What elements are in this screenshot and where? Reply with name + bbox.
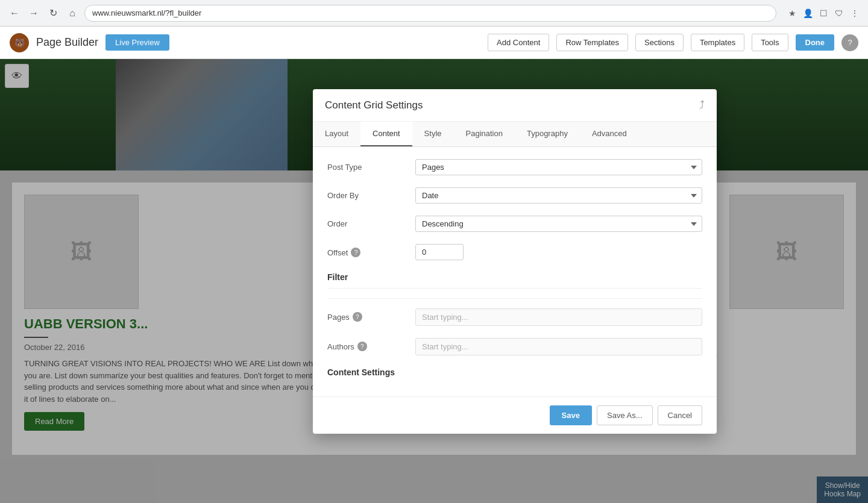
templates-button[interactable]: Templates [691,34,744,51]
add-content-button[interactable]: Add Content [488,34,549,51]
tab-style[interactable]: Style [412,122,454,146]
authors-autocomplete-input[interactable] [415,338,702,355]
modal-tabs: Layout Content Style Pagination Typograp… [313,122,717,147]
browser-chrome: ← → ↻ ⌂ www.nieuwsmarkt.nl/?fl_builder ★… [0,0,868,27]
save-as-button[interactable]: Save As... [597,405,653,425]
modal-expand-button[interactable]: ⤴ [699,99,705,111]
more-icon[interactable]: ⋮ [849,7,861,19]
browser-reload-button[interactable]: ↻ [46,6,60,20]
modal-body: Post Type Pages Posts Custom Order By Da… [313,147,717,396]
page-builder-title: Page Builder [36,36,98,49]
tab-advanced[interactable]: Advanced [580,122,639,146]
order-row: Order Descending Ascending [327,216,702,232]
sections-button[interactable]: Sections [635,34,684,51]
authors-filter-label: Authors ? [327,338,406,351]
content-grid-settings-modal: Content Grid Settings ⤴ Layout Content S… [313,89,717,434]
post-type-label: Post Type [327,159,406,172]
cancel-button[interactable]: Cancel [658,405,702,425]
post-type-select[interactable]: Pages Posts Custom [415,159,702,175]
bookmark-icon[interactable]: ★ [786,7,798,19]
pages-filter-label: Pages ? [327,308,406,322]
order-by-control: Date Title Author Modified [415,187,702,204]
live-preview-button[interactable]: Live Preview [105,34,169,51]
browser-address-bar[interactable]: www.nieuwsmarkt.nl/?fl_builder [84,5,776,22]
modal-title: Content Grid Settings [325,99,423,111]
modal-header: Content Grid Settings ⤴ [313,89,717,122]
page-builder-header: 🐻 Page Builder Live Preview Add Content … [0,27,868,59]
browser-home-button[interactable]: ⌂ [65,6,80,20]
order-by-label: Order By [327,187,406,200]
tools-button[interactable]: Tools [752,34,788,51]
save-button[interactable]: Save [550,405,592,425]
filter-section-title: Filter [327,272,702,289]
pages-autocomplete-input[interactable] [415,308,702,326]
order-control: Descending Ascending [415,216,702,232]
offset-help-icon[interactable]: ? [351,248,360,257]
order-by-select[interactable]: Date Title Author Modified [415,187,702,204]
pages-filter-row: Pages ? [327,308,702,326]
tab-pagination[interactable]: Pagination [454,122,515,146]
offset-label: Offset ? [327,244,406,257]
modal-footer: Save Save As... Cancel [313,396,717,434]
browser-back-button[interactable]: ← [7,6,22,20]
offset-row: Offset ? [327,244,702,260]
filter-section: Filter Pages ? Authors ? [327,272,702,355]
post-type-row: Post Type Pages Posts Custom [327,159,702,175]
order-select[interactable]: Descending Ascending [415,216,702,232]
authors-filter-row: Authors ? [327,338,702,355]
done-button[interactable]: Done [796,34,835,51]
browser-url: www.nieuwsmarkt.nl/?fl_builder [92,8,201,17]
help-button[interactable]: ? [841,34,858,51]
tab-content[interactable]: Content [360,122,412,146]
pages-filter-control [415,308,702,326]
authors-filter-control [415,338,702,355]
authors-help-icon[interactable]: ? [357,342,367,351]
tab-typography[interactable]: Typography [515,122,580,146]
extension-icon[interactable]: ☐ [817,7,829,19]
shield-icon[interactable]: 🛡 [833,7,845,19]
tab-layout[interactable]: Layout [313,122,360,146]
profile-icon[interactable]: 👤 [802,7,814,19]
pages-help-icon[interactable]: ? [353,312,362,322]
filter-divider [327,298,702,299]
browser-forward-button[interactable]: → [27,6,41,20]
logo-icon: 🐻 [14,38,25,48]
content-settings-title: Content Settings [327,367,702,377]
order-by-row: Order By Date Title Author Modified [327,187,702,204]
expand-icon: ⤴ [699,99,705,111]
pb-logo: 🐻 [10,33,29,52]
page-area: Show/Hide CSS Builder 👁 🖼 UABB VERSION 3… [0,59,868,503]
row-templates-button[interactable]: Row Templates [556,34,628,51]
offset-control [415,244,702,260]
order-label: Order [327,216,406,228]
post-type-control: Pages Posts Custom [415,159,702,175]
offset-input[interactable] [415,244,464,260]
browser-icon-group: ★ 👤 ☐ 🛡 ⋮ [786,7,861,19]
